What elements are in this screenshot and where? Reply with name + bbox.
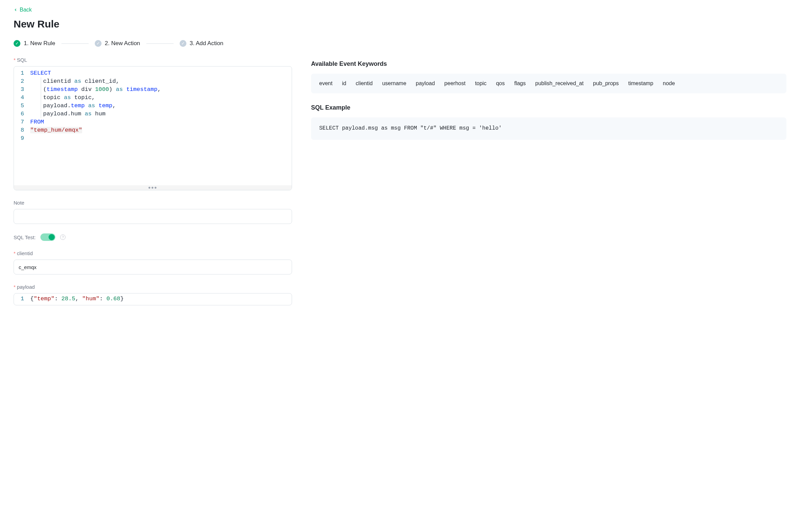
keyword-item: node — [663, 80, 675, 87]
clientid-label: *clientid — [14, 250, 292, 256]
back-button[interactable]: Back — [14, 7, 32, 13]
keywords-heading: Available Event Keywords — [311, 60, 786, 68]
keywords-box: eventidclientidusernamepayloadpeerhostto… — [311, 74, 786, 93]
sql-test-toggle[interactable] — [40, 233, 55, 241]
step-3-label: 3. Add Action — [190, 40, 223, 47]
keyword-item: payload — [416, 80, 435, 87]
keyword-item: clientid — [356, 80, 373, 87]
sql-test-label: SQL Test: — [14, 234, 36, 240]
sql-example-box: SELECT payload.msg as msg FROM "t/#" WHE… — [311, 117, 786, 140]
keyword-item: topic — [475, 80, 487, 87]
check-icon: ✓ — [95, 40, 102, 47]
back-label: Back — [20, 7, 32, 13]
keyword-item: qos — [496, 80, 505, 87]
keyword-item: timestamp — [628, 80, 653, 87]
step-divider — [146, 43, 174, 44]
payload-editor[interactable]: 1{"temp": 28.5, "hum": 0.68} — [14, 293, 292, 305]
chevron-left-icon — [14, 8, 18, 12]
sql-label: *SQL — [14, 57, 292, 63]
keyword-item: id — [342, 80, 346, 87]
note-input[interactable] — [14, 209, 292, 224]
sql-example-heading: SQL Example — [311, 104, 786, 111]
help-icon[interactable]: ? — [60, 234, 66, 240]
check-icon: ✓ — [14, 40, 20, 47]
editor-resize-handle[interactable]: ••• — [14, 185, 292, 190]
keyword-item: event — [319, 80, 332, 87]
keyword-item: username — [382, 80, 406, 87]
step-indicator: ✓ 1. New Rule ✓ 2. New Action ✓ 3. Add A… — [14, 40, 786, 47]
page-title: New Rule — [14, 18, 786, 30]
note-label: Note — [14, 200, 292, 206]
clientid-input[interactable] — [14, 260, 292, 274]
keyword-item: publish_received_at — [535, 80, 583, 87]
step-3: ✓ 3. Add Action — [180, 40, 223, 47]
payload-label: *payload — [14, 284, 292, 290]
step-divider — [61, 43, 89, 44]
step-1: ✓ 1. New Rule — [14, 40, 55, 47]
keyword-item: flags — [514, 80, 526, 87]
step-1-label: 1. New Rule — [24, 40, 55, 47]
step-2-label: 2. New Action — [105, 40, 140, 47]
check-icon: ✓ — [180, 40, 186, 47]
keyword-item: peerhost — [444, 80, 466, 87]
sql-editor[interactable]: 1SELECT 2clientid as client_id, 3(timest… — [14, 66, 292, 190]
keyword-item: pub_props — [593, 80, 619, 87]
step-2: ✓ 2. New Action — [95, 40, 140, 47]
